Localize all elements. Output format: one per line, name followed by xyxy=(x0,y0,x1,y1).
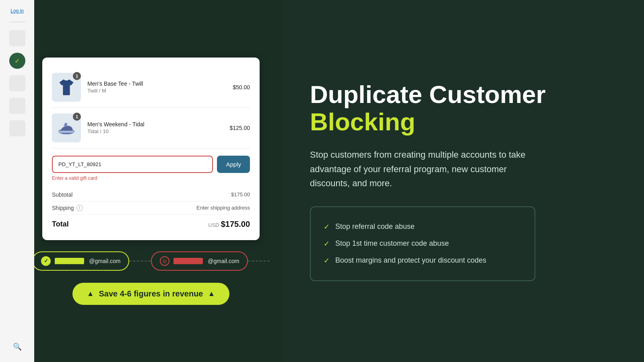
feature-item-3: ✓ Boost margins and protect your discoun… xyxy=(324,252,522,269)
description-text: Stop customers from creating multiple ac… xyxy=(310,148,543,190)
email-pill-invalid: ⊘ ▓▓▓▓▓▓▓ @gmail.com xyxy=(151,251,248,271)
feature-label-1: Stop referral code abuse xyxy=(335,222,415,231)
subtotal-label: Subtotal xyxy=(52,191,72,198)
discount-section: Apply Enter a valid gift card xyxy=(52,156,250,181)
email-pill-valid: ✓ ▓▓▓▓▓▓▓ @gmail.com xyxy=(32,251,129,271)
subtotal-row: Subtotal $175.00 xyxy=(52,188,250,202)
discount-input[interactable] xyxy=(52,156,213,173)
item-1-badge: 1 xyxy=(73,72,81,80)
item-2-badge: 1 xyxy=(73,113,81,121)
headline: Duplicate Customer Blocking xyxy=(310,81,616,136)
email-connector-2 xyxy=(248,261,270,261)
email-verify-row: ✓ ▓▓▓▓▓▓▓ @gmail.com ⊘ ▓▓▓▓▓▓▓ @gmail.co… xyxy=(32,251,270,271)
cta-section: ▲ Save 4-6 figures in revenue ▲ xyxy=(72,283,230,305)
feature-item-1: ✓ Stop referral code abuse xyxy=(324,218,522,235)
sidebar-icon-3 xyxy=(9,98,25,114)
email-connector xyxy=(129,261,151,261)
feature-check-3: ✓ xyxy=(324,256,330,265)
cart-container: 1 Men's Base Tee - Twill Twill / M $50.0… xyxy=(42,58,260,240)
total-row: Total USD$175.00 xyxy=(52,215,250,230)
right-panel: Duplicate Customer Blocking Stop custome… xyxy=(282,0,644,362)
item-2-details: Men's Weekend - Tidal Tidal / 10 xyxy=(87,121,223,134)
cta-label: Save 4-6 figures in revenue xyxy=(99,289,203,298)
cart-item-2: 1 Men's Weekend - Tidal Tidal / 10 $125.… xyxy=(52,108,250,148)
sidebar-icon-4 xyxy=(9,120,25,136)
headline-line-1: Duplicate Customer xyxy=(310,81,616,108)
sidebar-icon-check: ✓ xyxy=(9,53,25,69)
cart-item-1: 1 Men's Base Tee - Twill Twill / M $50.0… xyxy=(52,67,250,108)
apply-button[interactable]: Apply xyxy=(217,156,250,173)
svg-rect-1 xyxy=(59,131,74,133)
item-1-price: $50.00 xyxy=(233,84,250,90)
login-link[interactable]: Log in xyxy=(10,8,24,14)
shipping-row: Shipping i Enter shipping address xyxy=(52,202,250,215)
subtotal-value: $175.00 xyxy=(231,191,250,197)
shipping-label: Shipping i xyxy=(52,205,83,211)
sidebar-divider xyxy=(9,22,25,22)
search-icon[interactable]: 🔍 xyxy=(10,339,25,354)
headline-line-2: Blocking xyxy=(310,108,616,136)
total-value: USD$175.00 xyxy=(208,220,250,229)
email-1-suffix: @gmail.com xyxy=(89,258,120,264)
email-2-blurred: ▓▓▓▓▓▓▓ xyxy=(173,258,203,264)
block-icon: ⊘ xyxy=(160,256,169,266)
valid-check-icon: ✓ xyxy=(41,256,51,266)
total-currency: USD xyxy=(208,222,219,228)
sidebar-icon-2 xyxy=(9,75,25,91)
feature-check-1: ✓ xyxy=(324,222,330,231)
discount-input-row: Apply xyxy=(52,156,250,173)
cta-button[interactable]: ▲ Save 4-6 figures in revenue ▲ xyxy=(72,283,230,305)
feature-check-2: ✓ xyxy=(324,239,330,248)
feature-label-3: Boost margins and protect your discount … xyxy=(335,256,486,265)
email-2-suffix: @gmail.com xyxy=(208,258,239,264)
cta-arrow-right: ▲ xyxy=(208,290,215,298)
features-box: ✓ Stop referral code abuse ✓ Stop 1st ti… xyxy=(310,206,535,281)
item-1-name: Men's Base Tee - Twill xyxy=(87,80,226,87)
feature-item-2: ✓ Stop 1st time customer code abuse xyxy=(324,235,522,252)
sidebar: Log in ✓ 🔍 xyxy=(0,0,34,362)
item-2-variant: Tidal / 10 xyxy=(87,128,223,134)
email-1-blurred: ▓▓▓▓▓▓▓ xyxy=(55,258,84,264)
item-2-price: $125.00 xyxy=(229,125,250,131)
shipping-info-icon[interactable]: i xyxy=(76,205,83,211)
feature-label-2: Stop 1st time customer code abuse xyxy=(335,239,449,248)
discount-error: Enter a valid gift card xyxy=(52,175,250,181)
order-summary: Subtotal $175.00 Shipping i Enter shippi… xyxy=(52,188,250,230)
item-1-details: Men's Base Tee - Twill Twill / M xyxy=(87,80,226,94)
left-panel: Log in ✓ 🔍 1 Men's Base Tee - Twill Twil… xyxy=(0,0,282,362)
item-2-name: Men's Weekend - Tidal xyxy=(87,121,223,128)
item-1-variant: Twill / M xyxy=(87,88,226,94)
sidebar-icon-1 xyxy=(9,30,25,46)
cta-arrow-left: ▲ xyxy=(87,290,94,298)
shipping-value: Enter shipping address xyxy=(196,205,250,211)
total-label: Total xyxy=(52,220,69,228)
